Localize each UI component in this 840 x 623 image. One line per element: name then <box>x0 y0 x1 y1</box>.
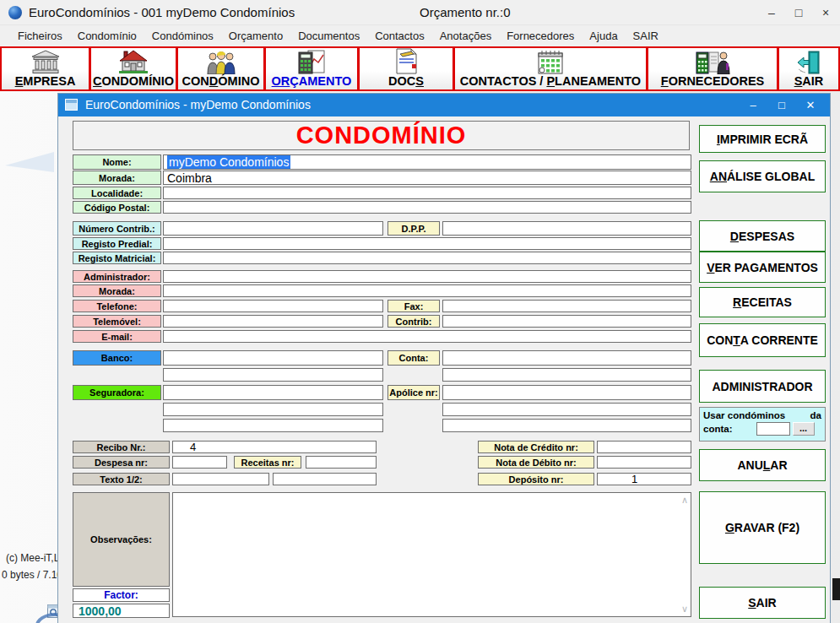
orcamento-number-title: Orçamento nr.:0 <box>420 5 511 19</box>
numero-contrib-input[interactable] <box>163 221 383 236</box>
deposito-label: Depósito nr: <box>478 473 594 485</box>
seguradora-input[interactable] <box>163 385 383 400</box>
observacoes-textarea[interactable]: ∧ ∨ <box>172 492 691 617</box>
usar-condominos-text: Usar condóminos <box>703 410 785 420</box>
factor-input[interactable]: 1000,00 <box>73 604 170 618</box>
dpp-input[interactable] <box>442 221 691 236</box>
receitas-button[interactable]: RECEITAS <box>699 287 826 317</box>
apolice-label: Apólice nr: <box>387 385 440 400</box>
imprimir-ecra-button[interactable]: IMPRIMIR ECRÃ <box>699 125 826 153</box>
nota-credito-input[interactable] <box>597 441 691 453</box>
toolbar-contactos-planeamento-button[interactable]: CONTACTOS / PLANEAMENTO <box>455 48 648 89</box>
gravar-button[interactable]: GRAVAR (F2) <box>699 491 826 564</box>
conta-input-2[interactable] <box>442 368 691 382</box>
menu-documentos[interactable]: Documentos <box>290 27 367 45</box>
menu-ficheiros[interactable]: Ficheiros <box>10 27 70 45</box>
localidade-input[interactable] <box>163 187 691 199</box>
usar-conta-input[interactable] <box>756 422 790 436</box>
usar-condominos-panel: Usar condóminos da conta: ... <box>699 407 826 442</box>
main-titlebar: EuroCondomínios - 001 myDemo Condomínios… <box>0 0 840 25</box>
registo-matricial-label: Registo Matricial: <box>73 252 161 264</box>
anular-button[interactable]: ANULAR <box>699 449 826 481</box>
close-button[interactable]: × <box>811 0 840 25</box>
morada-admin-label: Morada: <box>73 284 161 297</box>
condominio-form: CONDOMÍNIO Nome: myDemo Condomínios Mora… <box>58 116 830 623</box>
nota-debito-input[interactable] <box>597 456 691 469</box>
despesa-input[interactable] <box>172 456 227 469</box>
toolbar-fornecedores-button[interactable]: FORNECEDORES <box>648 48 779 89</box>
menu-condominos[interactable]: Condóminos <box>144 27 221 45</box>
conta-input[interactable] <box>442 350 691 366</box>
maximize-button[interactable]: □ <box>784 0 813 25</box>
condominio-window-titlebar: EuroCondomínios - myDemo Condomínios – □… <box>58 94 830 116</box>
scroll-down-icon[interactable]: ∨ <box>681 604 688 615</box>
morada-input[interactable]: Coimbra <box>163 171 691 185</box>
menu-ajuda[interactable]: Ajuda <box>582 27 625 45</box>
menu-fornecedores[interactable]: Fornecedores <box>499 27 582 45</box>
morada-admin-input[interactable] <box>163 284 691 297</box>
sair-button[interactable]: SAIR <box>699 587 826 619</box>
telefone-input[interactable] <box>163 300 383 312</box>
codigo-postal-input[interactable] <box>163 201 691 214</box>
toolbar-fornecedores-label: FORNECEDORES <box>661 74 764 89</box>
seguradora-input-2[interactable] <box>163 403 383 416</box>
analise-global-button[interactable]: ANÁLISE GLOBAL <box>699 160 826 192</box>
apolice-input-2[interactable] <box>442 403 691 416</box>
telefone-label: Telefone: <box>73 300 161 312</box>
nota-debito-label: Nota de Débito nr: <box>478 456 594 469</box>
menu-sair[interactable]: SAIR <box>626 27 666 45</box>
telemovel-input[interactable] <box>163 315 383 328</box>
morada-value: Coimbra <box>167 171 212 185</box>
banco-input[interactable] <box>163 350 383 366</box>
toolbar-sair-label: SAIR <box>794 74 824 89</box>
despesas-button[interactable]: DESPESAS <box>699 220 826 252</box>
child-minimize-button[interactable]: – <box>739 94 767 116</box>
menu-condominio[interactable]: Condomínio <box>70 27 144 45</box>
conta-corrente-button[interactable]: CONTA CORRENTE <box>699 323 826 357</box>
child-maximize-button[interactable]: □ <box>767 94 796 116</box>
toolbar-sair-button[interactable]: SAIR <box>779 48 838 89</box>
deposito-input[interactable]: 1 <box>597 473 691 485</box>
menu-contactos[interactable]: Contactos <box>367 27 432 45</box>
condominio-window: EuroCondomínios - myDemo Condomínios – □… <box>57 93 831 623</box>
texto2-input[interactable] <box>273 473 377 485</box>
recibo-label: Recibo Nr.: <box>73 441 170 453</box>
scroll-up-icon[interactable]: ∧ <box>681 495 688 506</box>
menu-anotacoes[interactable]: Anotações <box>432 27 499 45</box>
menubar: Ficheiros Condomínio Condóminos Orçament… <box>0 25 840 46</box>
nome-label: Nome: <box>73 154 161 170</box>
bank-icon <box>31 48 60 74</box>
toolbar-condomino-button[interactable]: CONDÓMINO <box>178 48 266 89</box>
receitas-input[interactable] <box>306 456 377 469</box>
texto1-input[interactable] <box>172 473 269 485</box>
ver-pagamentos-button[interactable]: VER PAGAMENTOS <box>699 252 826 283</box>
usar-conta-text: conta: <box>703 424 733 434</box>
fax-input[interactable] <box>442 300 691 312</box>
seguradora-label: Seguradora: <box>73 385 161 400</box>
seguradora-input-3[interactable] <box>163 419 383 432</box>
toolbar-orcamento-button[interactable]: ORÇAMENTO <box>266 48 360 89</box>
apolice-input-3[interactable] <box>442 419 691 432</box>
texto12-label: Texto 1/2: <box>73 473 170 485</box>
nome-input[interactable]: myDemo Condomínios <box>163 154 691 170</box>
usar-conta-browse-button[interactable]: ... <box>793 422 815 436</box>
administrador-input[interactable] <box>163 270 691 283</box>
observacoes-label: Observações: <box>73 492 170 587</box>
menu-orcamento[interactable]: Orçamento <box>221 27 290 45</box>
registo-matricial-input[interactable] <box>163 252 691 264</box>
toolbar-docs-button[interactable]: DOCS <box>360 48 455 89</box>
banco-input-2[interactable] <box>163 368 383 382</box>
contrib-input[interactable] <box>442 315 691 328</box>
toolbar-condominio-button[interactable]: CONDOMÍNIO <box>91 48 178 89</box>
minimize-button[interactable]: – <box>757 0 786 25</box>
registo-predial-input[interactable] <box>163 237 691 250</box>
email-input[interactable] <box>163 330 691 343</box>
administrador-button[interactable]: ADMINISTRADOR <box>699 370 826 403</box>
apolice-input[interactable] <box>442 385 691 400</box>
toolbar-condomino-label: CONDÓMINO <box>182 74 260 89</box>
toolbar-empresa-button[interactable]: EMPRESA <box>2 48 91 89</box>
recibo-input[interactable]: 4 <box>172 441 377 453</box>
child-close-button[interactable]: ✕ <box>796 94 825 116</box>
toolbar-empresa-label: EMPRESA <box>15 74 76 89</box>
despesa-label: Despesa nr: <box>73 456 170 469</box>
